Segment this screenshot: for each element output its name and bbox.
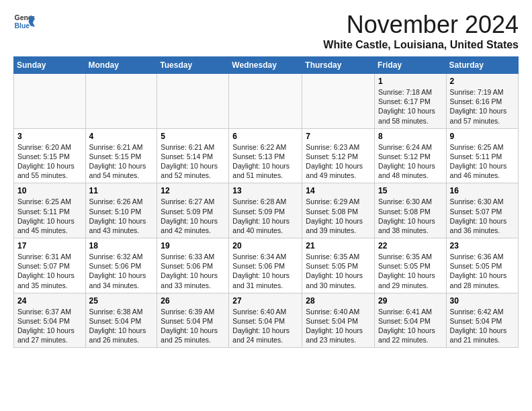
day-info: Sunrise: 6:39 AM Sunset: 5:04 PM Dayligh… bbox=[161, 307, 225, 345]
weekday-header-wednesday: Wednesday bbox=[229, 57, 302, 74]
calendar-cell: 5Sunrise: 6:21 AM Sunset: 5:14 PM Daylig… bbox=[157, 128, 229, 183]
day-number: 21 bbox=[306, 241, 371, 250]
weekday-header-row: SundayMondayTuesdayWednesdayThursdayFrid… bbox=[14, 57, 519, 74]
day-number: 14 bbox=[306, 186, 371, 195]
day-number: 18 bbox=[89, 241, 154, 250]
calendar-cell bbox=[302, 74, 375, 129]
day-number: 30 bbox=[450, 296, 515, 306]
calendar-cell: 27Sunrise: 6:40 AM Sunset: 5:04 PM Dayli… bbox=[229, 293, 302, 348]
day-info: Sunrise: 6:40 AM Sunset: 5:04 PM Dayligh… bbox=[232, 307, 298, 345]
calendar-cell: 2Sunrise: 7:19 AM Sunset: 6:16 PM Daylig… bbox=[446, 74, 518, 129]
day-number: 3 bbox=[17, 132, 82, 141]
day-info: Sunrise: 6:29 AM Sunset: 5:08 PM Dayligh… bbox=[306, 197, 371, 235]
calendar-cell: 28Sunrise: 6:40 AM Sunset: 5:04 PM Dayli… bbox=[302, 293, 375, 348]
calendar-cell: 25Sunrise: 6:38 AM Sunset: 5:04 PM Dayli… bbox=[85, 293, 157, 348]
day-number: 13 bbox=[232, 186, 298, 195]
calendar-cell: 29Sunrise: 6:41 AM Sunset: 5:04 PM Dayli… bbox=[375, 293, 447, 348]
weekday-header-monday: Monday bbox=[85, 57, 157, 74]
day-number: 20 bbox=[232, 241, 298, 250]
calendar-cell bbox=[85, 74, 157, 129]
day-number: 7 bbox=[306, 132, 371, 141]
day-info: Sunrise: 6:21 AM Sunset: 5:14 PM Dayligh… bbox=[161, 142, 225, 181]
day-info: Sunrise: 6:40 AM Sunset: 5:04 PM Dayligh… bbox=[306, 307, 371, 345]
day-info: Sunrise: 7:19 AM Sunset: 6:16 PM Dayligh… bbox=[450, 87, 515, 126]
calendar-cell: 3Sunrise: 6:20 AM Sunset: 5:15 PM Daylig… bbox=[14, 128, 86, 183]
month-title: November 2024 bbox=[323, 11, 519, 39]
day-number: 16 bbox=[450, 186, 515, 195]
calendar-cell: 20Sunrise: 6:34 AM Sunset: 5:06 PM Dayli… bbox=[229, 238, 302, 293]
calendar-cell: 11Sunrise: 6:26 AM Sunset: 5:10 PM Dayli… bbox=[85, 183, 157, 238]
day-number: 1 bbox=[378, 77, 443, 86]
calendar-cell: 16Sunrise: 6:30 AM Sunset: 5:07 PM Dayli… bbox=[446, 183, 518, 238]
weekday-header-thursday: Thursday bbox=[302, 57, 375, 74]
calendar-cell: 4Sunrise: 6:21 AM Sunset: 5:15 PM Daylig… bbox=[85, 128, 157, 183]
day-info: Sunrise: 6:23 AM Sunset: 5:12 PM Dayligh… bbox=[306, 142, 371, 181]
calendar-cell: 15Sunrise: 6:30 AM Sunset: 5:08 PM Dayli… bbox=[375, 183, 447, 238]
day-number: 12 bbox=[161, 186, 225, 195]
calendar-header: SundayMondayTuesdayWednesdayThursdayFrid… bbox=[14, 57, 519, 74]
calendar-cell: 17Sunrise: 6:31 AM Sunset: 5:07 PM Dayli… bbox=[14, 238, 86, 293]
day-number: 4 bbox=[89, 132, 154, 141]
calendar-body: 1Sunrise: 7:18 AM Sunset: 6:17 PM Daylig… bbox=[14, 74, 519, 348]
calendar-cell bbox=[157, 74, 229, 129]
day-info: Sunrise: 6:24 AM Sunset: 5:12 PM Dayligh… bbox=[378, 142, 443, 181]
day-number: 25 bbox=[89, 296, 154, 306]
day-info: Sunrise: 6:41 AM Sunset: 5:04 PM Dayligh… bbox=[378, 307, 443, 345]
calendar-week-4: 17Sunrise: 6:31 AM Sunset: 5:07 PM Dayli… bbox=[14, 238, 519, 293]
day-number: 2 bbox=[450, 77, 515, 86]
calendar-cell: 18Sunrise: 6:32 AM Sunset: 5:06 PM Dayli… bbox=[85, 238, 157, 293]
calendar-cell: 1Sunrise: 7:18 AM Sunset: 6:17 PM Daylig… bbox=[375, 74, 447, 129]
day-number: 24 bbox=[17, 296, 82, 306]
day-number: 5 bbox=[161, 132, 225, 141]
calendar-cell: 21Sunrise: 6:35 AM Sunset: 5:05 PM Dayli… bbox=[302, 238, 375, 293]
day-info: Sunrise: 6:30 AM Sunset: 5:08 PM Dayligh… bbox=[378, 197, 443, 235]
day-info: Sunrise: 6:22 AM Sunset: 5:13 PM Dayligh… bbox=[232, 142, 298, 181]
calendar-table: SundayMondayTuesdayWednesdayThursdayFrid… bbox=[13, 56, 519, 348]
calendar-cell bbox=[14, 74, 86, 129]
day-number: 23 bbox=[450, 241, 515, 250]
calendar-week-1: 1Sunrise: 7:18 AM Sunset: 6:17 PM Daylig… bbox=[14, 74, 519, 129]
day-number: 6 bbox=[232, 132, 298, 141]
day-info: Sunrise: 6:33 AM Sunset: 5:06 PM Dayligh… bbox=[161, 252, 225, 290]
weekday-header-sunday: Sunday bbox=[14, 57, 86, 74]
day-info: Sunrise: 6:28 AM Sunset: 5:09 PM Dayligh… bbox=[232, 197, 298, 235]
day-info: Sunrise: 6:34 AM Sunset: 5:06 PM Dayligh… bbox=[232, 252, 298, 290]
logo: General Blue bbox=[13, 11, 35, 32]
location-title: White Castle, Louisiana, United States bbox=[323, 39, 519, 51]
calendar-week-5: 24Sunrise: 6:37 AM Sunset: 5:04 PM Dayli… bbox=[14, 293, 519, 348]
day-number: 26 bbox=[161, 296, 225, 306]
calendar-cell bbox=[229, 74, 302, 129]
day-number: 17 bbox=[17, 241, 82, 250]
day-info: Sunrise: 6:26 AM Sunset: 5:10 PM Dayligh… bbox=[89, 197, 154, 235]
day-number: 9 bbox=[450, 132, 515, 141]
day-number: 29 bbox=[378, 296, 443, 306]
calendar-cell: 24Sunrise: 6:37 AM Sunset: 5:04 PM Dayli… bbox=[14, 293, 86, 348]
page-header: General Blue November 2024 White Castle,… bbox=[13, 11, 519, 51]
calendar-cell: 23Sunrise: 6:36 AM Sunset: 5:05 PM Dayli… bbox=[446, 238, 518, 293]
weekday-header-tuesday: Tuesday bbox=[157, 57, 229, 74]
day-info: Sunrise: 6:36 AM Sunset: 5:05 PM Dayligh… bbox=[450, 252, 515, 290]
calendar-cell: 12Sunrise: 6:27 AM Sunset: 5:09 PM Dayli… bbox=[157, 183, 229, 238]
calendar-cell: 14Sunrise: 6:29 AM Sunset: 5:08 PM Dayli… bbox=[302, 183, 375, 238]
day-info: Sunrise: 6:35 AM Sunset: 5:05 PM Dayligh… bbox=[378, 252, 443, 290]
day-info: Sunrise: 6:25 AM Sunset: 5:11 PM Dayligh… bbox=[17, 197, 82, 235]
calendar-cell: 10Sunrise: 6:25 AM Sunset: 5:11 PM Dayli… bbox=[14, 183, 86, 238]
day-info: Sunrise: 6:37 AM Sunset: 5:04 PM Dayligh… bbox=[17, 307, 82, 345]
day-number: 8 bbox=[378, 132, 443, 141]
day-number: 19 bbox=[161, 241, 225, 250]
day-info: Sunrise: 6:30 AM Sunset: 5:07 PM Dayligh… bbox=[450, 197, 515, 235]
calendar-cell: 8Sunrise: 6:24 AM Sunset: 5:12 PM Daylig… bbox=[375, 128, 447, 183]
svg-text:Blue: Blue bbox=[15, 22, 30, 30]
weekday-header-friday: Friday bbox=[375, 57, 447, 74]
calendar-cell: 30Sunrise: 6:42 AM Sunset: 5:04 PM Dayli… bbox=[446, 293, 518, 348]
day-info: Sunrise: 6:27 AM Sunset: 5:09 PM Dayligh… bbox=[161, 197, 225, 235]
day-info: Sunrise: 6:21 AM Sunset: 5:15 PM Dayligh… bbox=[89, 142, 154, 181]
title-area: November 2024 White Castle, Louisiana, U… bbox=[323, 11, 519, 51]
day-info: Sunrise: 6:25 AM Sunset: 5:11 PM Dayligh… bbox=[450, 142, 515, 181]
weekday-header-saturday: Saturday bbox=[446, 57, 518, 74]
day-number: 27 bbox=[232, 296, 298, 306]
day-info: Sunrise: 6:35 AM Sunset: 5:05 PM Dayligh… bbox=[306, 252, 371, 290]
day-info: Sunrise: 6:38 AM Sunset: 5:04 PM Dayligh… bbox=[89, 307, 154, 345]
day-info: Sunrise: 6:42 AM Sunset: 5:04 PM Dayligh… bbox=[450, 307, 515, 345]
day-number: 11 bbox=[89, 186, 154, 195]
